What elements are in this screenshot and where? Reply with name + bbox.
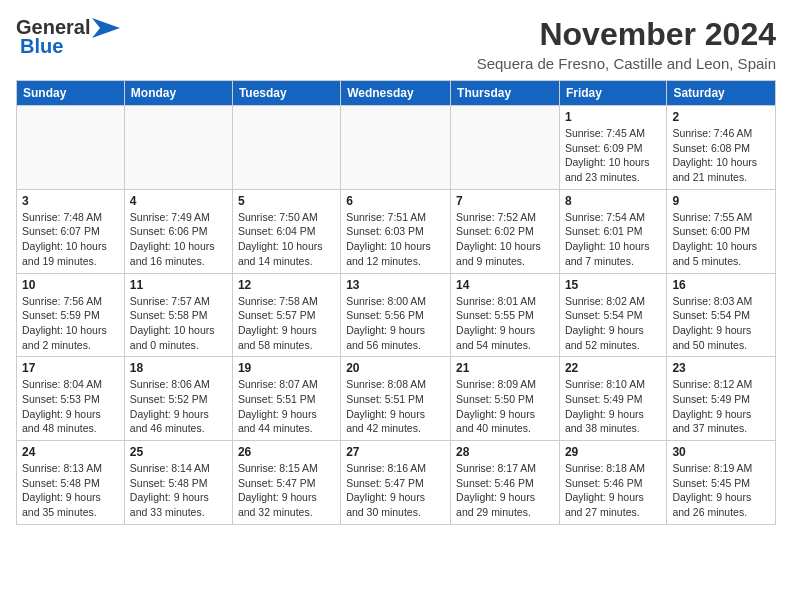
calendar-day-cell: 29Sunrise: 8:18 AMSunset: 5:46 PMDayligh… — [559, 441, 666, 525]
month-title: November 2024 — [477, 16, 776, 53]
calendar-day-cell: 15Sunrise: 8:02 AMSunset: 5:54 PMDayligh… — [559, 273, 666, 357]
day-info: Sunrise: 7:52 AMSunset: 6:02 PMDaylight:… — [456, 210, 554, 269]
calendar-day-cell — [341, 106, 451, 190]
day-number: 16 — [672, 278, 770, 292]
calendar-day-cell: 7Sunrise: 7:52 AMSunset: 6:02 PMDaylight… — [451, 189, 560, 273]
day-number: 22 — [565, 361, 661, 375]
day-number: 28 — [456, 445, 554, 459]
calendar-day-cell: 3Sunrise: 7:48 AMSunset: 6:07 PMDaylight… — [17, 189, 125, 273]
day-info: Sunrise: 7:46 AMSunset: 6:08 PMDaylight:… — [672, 126, 770, 185]
calendar-day-cell — [17, 106, 125, 190]
logo-arrow-icon — [92, 18, 120, 38]
calendar-day-cell: 6Sunrise: 7:51 AMSunset: 6:03 PMDaylight… — [341, 189, 451, 273]
day-number: 27 — [346, 445, 445, 459]
day-info: Sunrise: 8:10 AMSunset: 5:49 PMDaylight:… — [565, 377, 661, 436]
calendar-day-cell: 9Sunrise: 7:55 AMSunset: 6:00 PMDaylight… — [667, 189, 776, 273]
location-subtitle: Sequera de Fresno, Castille and Leon, Sp… — [477, 55, 776, 72]
day-number: 26 — [238, 445, 335, 459]
svg-marker-0 — [92, 18, 120, 38]
day-number: 18 — [130, 361, 227, 375]
weekday-header: Friday — [559, 81, 666, 106]
day-info: Sunrise: 8:14 AMSunset: 5:48 PMDaylight:… — [130, 461, 227, 520]
calendar-day-cell: 17Sunrise: 8:04 AMSunset: 5:53 PMDayligh… — [17, 357, 125, 441]
day-info: Sunrise: 7:58 AMSunset: 5:57 PMDaylight:… — [238, 294, 335, 353]
day-info: Sunrise: 8:15 AMSunset: 5:47 PMDaylight:… — [238, 461, 335, 520]
page-header: General Blue November 2024 Sequera de Fr… — [16, 16, 776, 72]
day-info: Sunrise: 7:48 AMSunset: 6:07 PMDaylight:… — [22, 210, 119, 269]
calendar-day-cell: 2Sunrise: 7:46 AMSunset: 6:08 PMDaylight… — [667, 106, 776, 190]
calendar-day-cell: 1Sunrise: 7:45 AMSunset: 6:09 PMDaylight… — [559, 106, 666, 190]
calendar-day-cell: 4Sunrise: 7:49 AMSunset: 6:06 PMDaylight… — [124, 189, 232, 273]
day-info: Sunrise: 8:16 AMSunset: 5:47 PMDaylight:… — [346, 461, 445, 520]
weekday-header: Monday — [124, 81, 232, 106]
calendar-day-cell: 12Sunrise: 7:58 AMSunset: 5:57 PMDayligh… — [232, 273, 340, 357]
calendar-day-cell: 24Sunrise: 8:13 AMSunset: 5:48 PMDayligh… — [17, 441, 125, 525]
day-info: Sunrise: 8:04 AMSunset: 5:53 PMDaylight:… — [22, 377, 119, 436]
day-number: 1 — [565, 110, 661, 124]
weekday-header: Thursday — [451, 81, 560, 106]
day-number: 12 — [238, 278, 335, 292]
calendar-day-cell: 8Sunrise: 7:54 AMSunset: 6:01 PMDaylight… — [559, 189, 666, 273]
calendar-day-cell: 10Sunrise: 7:56 AMSunset: 5:59 PMDayligh… — [17, 273, 125, 357]
day-number: 24 — [22, 445, 119, 459]
day-info: Sunrise: 8:09 AMSunset: 5:50 PMDaylight:… — [456, 377, 554, 436]
day-info: Sunrise: 8:13 AMSunset: 5:48 PMDaylight:… — [22, 461, 119, 520]
calendar-day-cell: 25Sunrise: 8:14 AMSunset: 5:48 PMDayligh… — [124, 441, 232, 525]
day-info: Sunrise: 7:50 AMSunset: 6:04 PMDaylight:… — [238, 210, 335, 269]
logo-text-blue: Blue — [20, 35, 63, 58]
day-info: Sunrise: 8:19 AMSunset: 5:45 PMDaylight:… — [672, 461, 770, 520]
day-info: Sunrise: 8:01 AMSunset: 5:55 PMDaylight:… — [456, 294, 554, 353]
day-number: 11 — [130, 278, 227, 292]
day-number: 30 — [672, 445, 770, 459]
day-info: Sunrise: 7:49 AMSunset: 6:06 PMDaylight:… — [130, 210, 227, 269]
calendar-day-cell: 22Sunrise: 8:10 AMSunset: 5:49 PMDayligh… — [559, 357, 666, 441]
calendar-day-cell: 16Sunrise: 8:03 AMSunset: 5:54 PMDayligh… — [667, 273, 776, 357]
day-info: Sunrise: 8:08 AMSunset: 5:51 PMDaylight:… — [346, 377, 445, 436]
day-number: 7 — [456, 194, 554, 208]
day-number: 23 — [672, 361, 770, 375]
title-area: November 2024 Sequera de Fresno, Castill… — [477, 16, 776, 72]
day-number: 2 — [672, 110, 770, 124]
day-number: 10 — [22, 278, 119, 292]
calendar-day-cell — [124, 106, 232, 190]
weekday-header: Wednesday — [341, 81, 451, 106]
calendar-day-cell: 11Sunrise: 7:57 AMSunset: 5:58 PMDayligh… — [124, 273, 232, 357]
day-number: 6 — [346, 194, 445, 208]
day-info: Sunrise: 8:06 AMSunset: 5:52 PMDaylight:… — [130, 377, 227, 436]
day-info: Sunrise: 8:12 AMSunset: 5:49 PMDaylight:… — [672, 377, 770, 436]
calendar-table: SundayMondayTuesdayWednesdayThursdayFrid… — [16, 80, 776, 525]
day-info: Sunrise: 7:54 AMSunset: 6:01 PMDaylight:… — [565, 210, 661, 269]
calendar-week-row: 1Sunrise: 7:45 AMSunset: 6:09 PMDaylight… — [17, 106, 776, 190]
day-number: 4 — [130, 194, 227, 208]
day-number: 14 — [456, 278, 554, 292]
day-number: 3 — [22, 194, 119, 208]
weekday-header: Sunday — [17, 81, 125, 106]
day-info: Sunrise: 8:07 AMSunset: 5:51 PMDaylight:… — [238, 377, 335, 436]
day-info: Sunrise: 8:00 AMSunset: 5:56 PMDaylight:… — [346, 294, 445, 353]
calendar-day-cell: 18Sunrise: 8:06 AMSunset: 5:52 PMDayligh… — [124, 357, 232, 441]
day-number: 20 — [346, 361, 445, 375]
calendar-day-cell: 20Sunrise: 8:08 AMSunset: 5:51 PMDayligh… — [341, 357, 451, 441]
day-info: Sunrise: 8:17 AMSunset: 5:46 PMDaylight:… — [456, 461, 554, 520]
day-number: 5 — [238, 194, 335, 208]
day-number: 17 — [22, 361, 119, 375]
day-number: 29 — [565, 445, 661, 459]
calendar-week-row: 3Sunrise: 7:48 AMSunset: 6:07 PMDaylight… — [17, 189, 776, 273]
day-info: Sunrise: 7:56 AMSunset: 5:59 PMDaylight:… — [22, 294, 119, 353]
calendar-day-cell — [451, 106, 560, 190]
day-number: 9 — [672, 194, 770, 208]
calendar-week-row: 17Sunrise: 8:04 AMSunset: 5:53 PMDayligh… — [17, 357, 776, 441]
day-number: 19 — [238, 361, 335, 375]
day-info: Sunrise: 8:18 AMSunset: 5:46 PMDaylight:… — [565, 461, 661, 520]
calendar-day-cell — [232, 106, 340, 190]
day-info: Sunrise: 7:51 AMSunset: 6:03 PMDaylight:… — [346, 210, 445, 269]
calendar-day-cell: 23Sunrise: 8:12 AMSunset: 5:49 PMDayligh… — [667, 357, 776, 441]
calendar-day-cell: 13Sunrise: 8:00 AMSunset: 5:56 PMDayligh… — [341, 273, 451, 357]
calendar-day-cell: 14Sunrise: 8:01 AMSunset: 5:55 PMDayligh… — [451, 273, 560, 357]
calendar-week-row: 10Sunrise: 7:56 AMSunset: 5:59 PMDayligh… — [17, 273, 776, 357]
logo: General Blue — [16, 16, 120, 58]
calendar-day-cell: 30Sunrise: 8:19 AMSunset: 5:45 PMDayligh… — [667, 441, 776, 525]
calendar-week-row: 24Sunrise: 8:13 AMSunset: 5:48 PMDayligh… — [17, 441, 776, 525]
day-number: 15 — [565, 278, 661, 292]
day-info: Sunrise: 7:45 AMSunset: 6:09 PMDaylight:… — [565, 126, 661, 185]
